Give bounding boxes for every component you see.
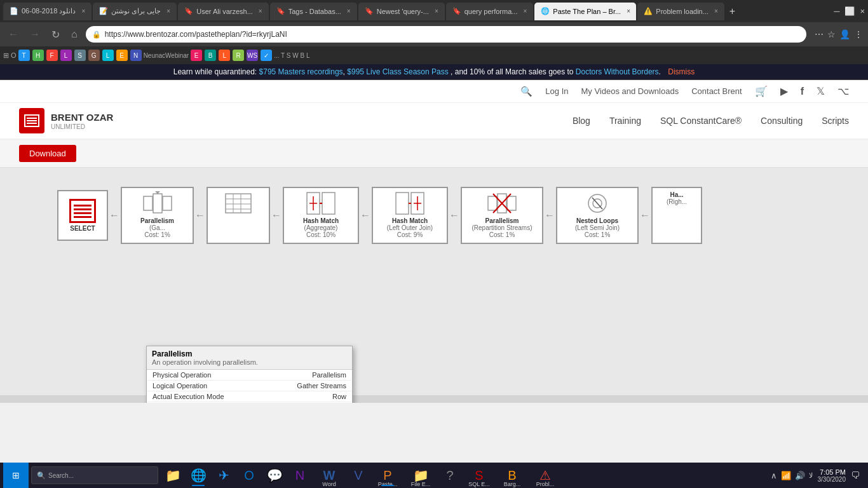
tab-7-close[interactable]: × [627, 8, 630, 15]
settings-icon[interactable]: ⋮ [854, 29, 863, 39]
taskbar-onenote[interactable]: N [288, 463, 312, 487]
tab-4[interactable]: 🔖 Tags - Databas... × [270, 3, 357, 20]
tab-5[interactable]: 🔖 Newest 'query-... × [358, 3, 445, 20]
tray-icon-2[interactable]: 🔊 [795, 471, 805, 480]
tab-2-close[interactable]: × [166, 8, 170, 15]
ext-g[interactable]: G [88, 50, 100, 61]
tab-2[interactable]: 📝 جایی برای نوشتن × [93, 3, 177, 20]
ext-f[interactable]: F [46, 50, 58, 61]
nav-consulting[interactable]: Consulting [761, 112, 803, 129]
table-node[interactable] [207, 187, 270, 244]
site-logo[interactable]: BRENT OZAR UNLIMITED [19, 108, 113, 133]
tab-5-close[interactable]: × [435, 8, 438, 15]
ext-h[interactable]: H [32, 50, 44, 61]
taskbar-sql[interactable]: S SQL E... [463, 463, 495, 487]
tab-3-close[interactable]: × [259, 8, 262, 15]
hash-match-1-cost: Cost: 10% [287, 231, 355, 238]
parallelism-node-2[interactable]: Parallelism (Repartition Streams) Cost: … [461, 187, 543, 244]
clock[interactable]: 7:05 PM 3/30/2020 [818, 468, 846, 483]
forward-button[interactable]: → [27, 27, 43, 41]
extensions-icon[interactable]: ⋯ [815, 29, 824, 39]
nested-loops-node[interactable]: Nested Loops (Left Semi Join) Cost: 1% [556, 187, 639, 244]
tray-icon-1[interactable]: 📶 [781, 471, 791, 480]
tab-7[interactable]: 🌐 Paste The Plan – Br... × [534, 3, 636, 20]
taskbar-paste[interactable]: P Paste... [372, 463, 403, 487]
search-bar[interactable]: 🔍 Search... [31, 466, 158, 484]
tab-8[interactable]: ⚠️ Problem loadin... × [637, 3, 724, 20]
notification-link1[interactable]: $795 Masters recordings [259, 67, 343, 76]
close-window-icon[interactable]: × [860, 6, 865, 16]
ext-l[interactable]: L [60, 50, 72, 61]
ext-neunac[interactable]: N [130, 50, 142, 61]
ext-ws[interactable]: WS [247, 50, 258, 61]
ext-check[interactable]: ✓ [261, 50, 272, 61]
bookmark-icon[interactable]: ☆ [827, 29, 836, 39]
notification-dismiss[interactable]: Dismiss [668, 67, 695, 76]
taskbar-edge[interactable]: 🌐 [186, 463, 210, 487]
notification-link2[interactable]: $995 Live Class Season Pass [347, 67, 448, 76]
nav-training[interactable]: Training [609, 112, 641, 129]
url-text[interactable]: https://www.brentozar.com/pastetheplan/?… [105, 30, 800, 39]
tab-1-close[interactable]: × [81, 8, 85, 15]
parallelism-node-1[interactable]: Parallelism (Ga... Cost: 1% [121, 187, 194, 244]
ext-r[interactable]: R [233, 50, 244, 61]
new-tab-button[interactable]: + [726, 6, 739, 17]
taskbar-word[interactable]: W Word [313, 463, 345, 487]
ext-l3[interactable]: L [219, 50, 230, 61]
taskbar-problem[interactable]: ⚠ Probl... [529, 463, 561, 487]
taskbar-bargain[interactable]: B Barg... [496, 463, 528, 487]
search-icon[interactable]: 🔍 [520, 86, 532, 97]
tooltip-table: Physical OperationParallelismLogical Ope… [147, 370, 352, 403]
minimize-icon[interactable]: ─ [834, 6, 839, 16]
github-icon[interactable]: ⌥ [837, 85, 849, 97]
taskbar-whatsapp[interactable]: 💬 [262, 463, 287, 487]
horizontal-scrollbar[interactable] [0, 395, 868, 403]
youtube-icon[interactable]: ▶ [780, 85, 788, 97]
ext-s[interactable]: S [74, 50, 86, 61]
tab-6-close[interactable]: × [523, 8, 527, 15]
ext-t[interactable]: T [18, 50, 30, 61]
tab-6[interactable]: 🔖 query performa... × [446, 3, 534, 20]
home-button[interactable]: ⌂ [68, 27, 81, 41]
notification-link3[interactable]: Doctors Without Borders [576, 67, 659, 76]
my-videos-link[interactable]: My Videos and Downloads [581, 86, 679, 96]
tray-up-arrow[interactable]: ∧ [771, 471, 777, 480]
login-link[interactable]: Log In [545, 86, 568, 96]
telegram-icon: ✈ [219, 468, 229, 483]
facebook-icon[interactable]: f [801, 86, 804, 97]
cart-icon[interactable]: 🛒 [755, 85, 768, 97]
tab-4-close[interactable]: × [347, 8, 351, 15]
taskbar-visio[interactable]: V [346, 463, 370, 487]
maximize-icon[interactable]: ⬜ [844, 6, 855, 16]
taskbar-file-explorer[interactable]: 📁 [161, 463, 185, 487]
action-center-icon[interactable]: 🗨 [851, 470, 860, 480]
nav-sqlconstantcare[interactable]: SQL ConstantCare® [660, 112, 742, 129]
nav-scripts[interactable]: Scripts [822, 112, 849, 129]
ext-e[interactable]: E [116, 50, 128, 61]
tab-1[interactable]: 📄 دانلود 2018-08-06 × [3, 3, 92, 20]
taskbar-telegram[interactable]: ✈ [212, 463, 236, 487]
back-button[interactable]: ← [5, 27, 22, 41]
hash-match-2[interactable]: Hash Match (Left Outer Join) Cost: 9% [372, 187, 448, 244]
hash-match-1[interactable]: Hash Match (Aggregate) Cost: 10% [283, 187, 359, 244]
twitter-icon[interactable]: 𝕏 [817, 85, 825, 97]
taskbar-unknown[interactable]: ? [438, 463, 462, 487]
url-bar[interactable]: 🔒 https://www.brentozar.com/pastetheplan… [86, 26, 806, 43]
taskbar-file-explorer-2[interactable]: 📁 File E... [405, 463, 437, 487]
refresh-button[interactable]: ↻ [48, 27, 63, 42]
partial-node[interactable]: Ha... (Righ... [651, 187, 702, 244]
tray-icon-lang[interactable]: لا [809, 471, 813, 480]
start-button[interactable]: ⊞ [3, 463, 29, 488]
ext-l2[interactable]: L [102, 50, 114, 61]
nested-loops-title: Nested Loops [560, 217, 634, 224]
taskbar-outlook[interactable]: O [237, 463, 261, 487]
ext-e2[interactable]: E [191, 50, 202, 61]
contact-link[interactable]: Contact Brent [691, 86, 742, 96]
profile-icon[interactable]: 👤 [839, 29, 850, 39]
nav-blog[interactable]: Blog [573, 112, 590, 129]
tab-8-close[interactable]: × [714, 8, 718, 15]
ext-b[interactable]: B [205, 50, 216, 61]
tab-3[interactable]: 🔖 User Ali varzesh... × [178, 3, 268, 20]
download-button[interactable]: Download [19, 145, 76, 162]
file-explorer-2-label: File E... [411, 481, 431, 487]
